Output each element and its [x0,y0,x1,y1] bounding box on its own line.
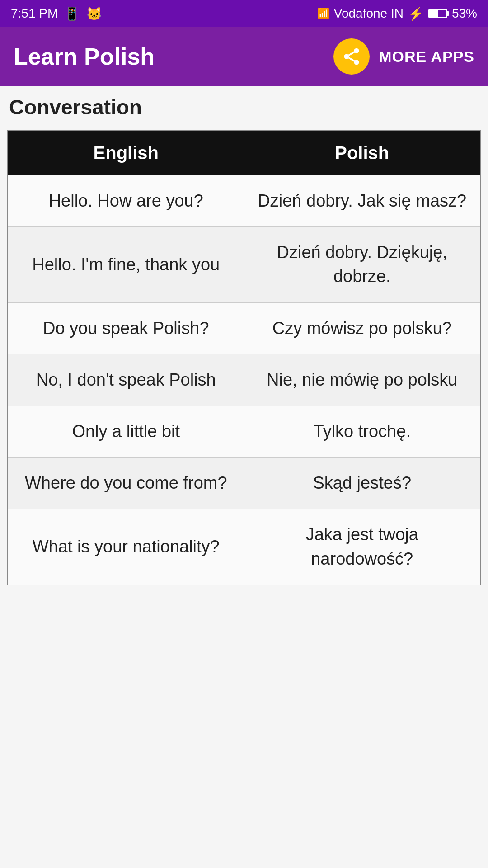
cell-english-2[interactable]: Do you speak Polish? [8,302,244,354]
cell-english-0[interactable]: Hello. How are you? [8,175,244,227]
status-time: 7:51 PM [11,6,58,21]
carrier-name: Vodafone IN [334,6,404,21]
status-bar-left: 7:51 PM 📱 🐱 [11,6,102,21]
cell-polish-3[interactable]: Nie, nie mówię po polsku [244,354,480,406]
charging-icon: ⚡ [408,6,424,21]
cell-polish-2[interactable]: Czy mówisz po polsku? [244,302,480,354]
cell-english-3[interactable]: No, I don't speak Polish [8,354,244,406]
svg-point-0 [354,48,359,53]
app-bar: Learn Polish MORE APPS [0,27,488,86]
cell-polish-4[interactable]: Tylko trochę. [244,406,480,457]
battery-bar [428,9,447,18]
status-bar-right: 📶 Vodafone IN ⚡ 53% [317,6,477,21]
cell-polish-0[interactable]: Dzień dobry. Jak się masz? [244,175,480,227]
svg-line-4 [349,52,355,55]
battery-container [428,9,447,18]
content-area: Conversation English Polish Hello. How a… [0,86,488,868]
cell-english-5[interactable]: Where do you come from? [8,458,244,509]
svg-line-3 [349,58,355,61]
table-wrapper: English Polish Hello. How are you?Dzień … [7,130,481,585]
cell-polish-1[interactable]: Dzień dobry. Dziękuję, dobrze. [244,227,480,302]
section-title: Conversation [7,95,481,119]
cell-english-6[interactable]: What is your nationality? [8,509,244,585]
battery-fill [429,10,438,17]
more-apps-button[interactable]: MORE APPS [379,48,474,66]
cat-icon: 🐱 [86,6,102,21]
table-row: What is your nationality?Jaka jest twoja… [8,509,480,585]
status-bar: 7:51 PM 📱 🐱 📶 Vodafone IN ⚡ 53% [0,0,488,27]
signal-icon: 📶 [317,8,329,19]
cell-polish-5[interactable]: Skąd jesteś? [244,458,480,509]
cell-english-1[interactable]: Hello. I'm fine, thank you [8,227,244,302]
battery-percent: 53% [452,6,477,21]
share-button[interactable] [333,38,370,75]
app-title: Learn Polish [14,43,324,70]
table-row: Hello. How are you?Dzień dobry. Jak się … [8,175,480,227]
col-header-english: English [8,131,244,175]
sim-icon: 📱 [64,6,80,21]
table-row: No, I don't speak PolishNie, nie mówię p… [8,354,480,406]
table-header-row: English Polish [8,131,480,175]
cell-polish-6[interactable]: Jaka jest twoja narodowość? [244,509,480,585]
table-row: Where do you come from?Skąd jesteś? [8,458,480,509]
conversation-table: English Polish Hello. How are you?Dzień … [7,130,481,585]
svg-point-1 [344,54,349,59]
table-row: Hello. I'm fine, thank youDzień dobry. D… [8,227,480,302]
svg-point-2 [354,60,359,65]
cell-english-4[interactable]: Only a little bit [8,406,244,457]
table-row: Only a little bitTylko trochę. [8,406,480,457]
col-header-polish: Polish [244,131,480,175]
share-icon [342,47,361,66]
table-row: Do you speak Polish?Czy mówisz po polsku… [8,302,480,354]
